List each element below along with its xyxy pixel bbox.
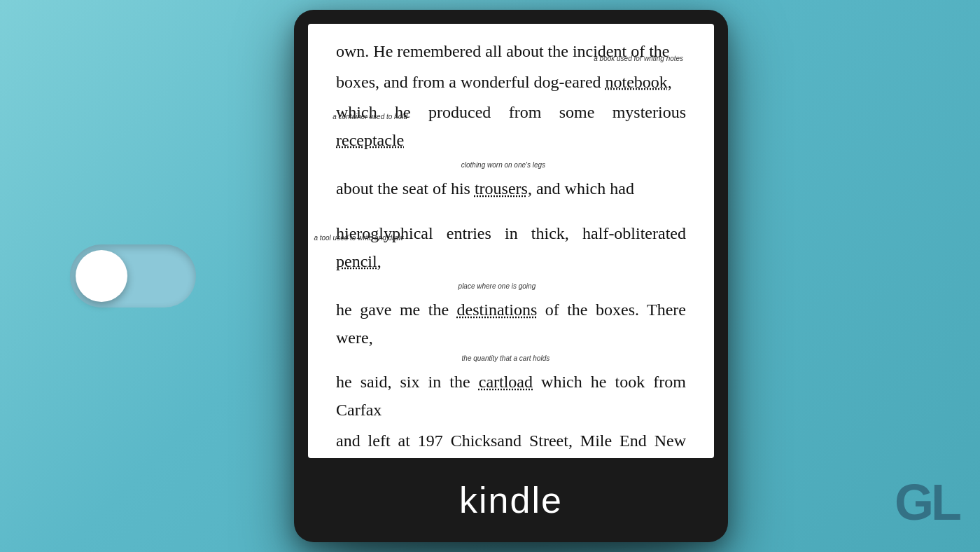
text-line-8: and left at 197 Chicksand Street, Mile E… — [336, 427, 686, 458]
toggle-switch[interactable] — [70, 244, 196, 308]
word-destinations: destinations — [457, 301, 538, 319]
text-line-6: he gave me the place where one is going … — [336, 296, 686, 352]
annotation-destinations-text: place where one is going — [458, 281, 536, 293]
annotation-receptacle-text: a container used to hold — [332, 111, 407, 123]
gl-logo-text: GL — [895, 474, 959, 530]
kindle-bottom: kindle — [294, 458, 728, 542]
screen-content: own. He remembered all about the inciden… — [308, 24, 714, 458]
word-pencil: pencil — [336, 252, 377, 270]
annotation-trousers-text: clothing worn on one's legs — [461, 160, 545, 172]
book-text: own. He remembered all about the inciden… — [336, 38, 686, 458]
word-receptacle: receptacle — [336, 131, 404, 149]
annotation-notebook-text: a book used for writing notes — [594, 53, 683, 65]
annotation-trousers: clothing worn on one's legs trousers, — [475, 175, 532, 203]
word-notebook: notebook — [606, 73, 668, 91]
toggle-track[interactable] — [70, 244, 196, 308]
annotation-destinations: place where one is going destinations — [457, 296, 538, 324]
text-line-4: about the seat of his clothing worn on o… — [336, 175, 686, 203]
kindle-screen: own. He remembered all about the inciden… — [308, 24, 714, 458]
text-line-2: boxes, and from a wonderful dog-eared a … — [336, 69, 686, 97]
text-line-7: he said, six in the the quantity that a … — [336, 368, 686, 424]
gl-logo-container: GL — [895, 474, 959, 531]
word-trousers: trousers — [475, 179, 528, 198]
text-line-5: hieroglyphical entries in thick, half-ob… — [336, 220, 686, 275]
annotation-receptacle: a container used to hold receptacle — [336, 127, 404, 155]
kindle-device: own. He remembered all about the inciden… — [294, 10, 728, 542]
annotation-notebook: a book used for writing notes notebook, — [606, 69, 672, 97]
annotation-cartload: the quantity that a cart holds cartload — [479, 368, 533, 396]
annotation-pencil: a tool used to write and draw pencil, — [336, 248, 382, 276]
kindle-logo: kindle — [459, 479, 563, 521]
text-line-3: which he produced from some mysterious a… — [336, 99, 686, 154]
word-cartload: cartload — [479, 373, 533, 391]
annotation-cartload-text: the quantity that a cart holds — [462, 353, 550, 365]
toggle-thumb — [76, 250, 127, 302]
annotation-pencil-text: a tool used to write and draw — [314, 233, 403, 244]
